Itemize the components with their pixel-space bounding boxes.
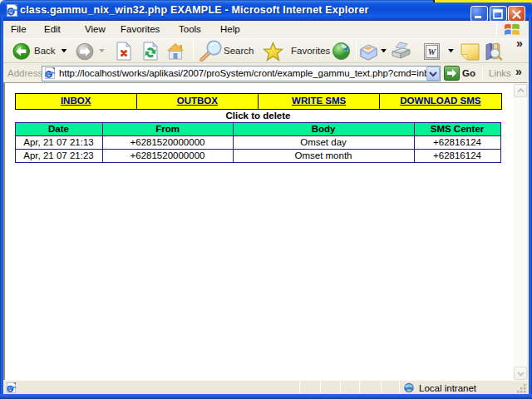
svg-text:W: W xyxy=(427,47,436,57)
